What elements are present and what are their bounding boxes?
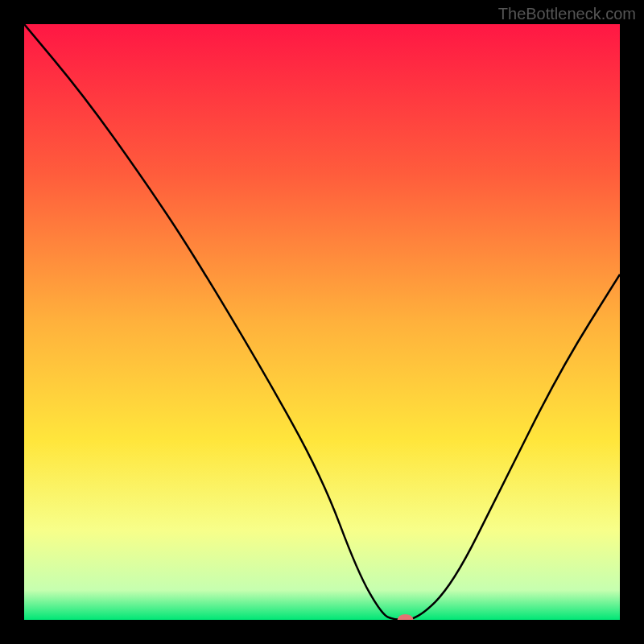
chart-area xyxy=(24,24,620,620)
bottleneck-chart xyxy=(24,24,620,620)
gradient-background xyxy=(24,24,620,620)
watermark-text: TheBottleneck.com xyxy=(498,5,636,23)
